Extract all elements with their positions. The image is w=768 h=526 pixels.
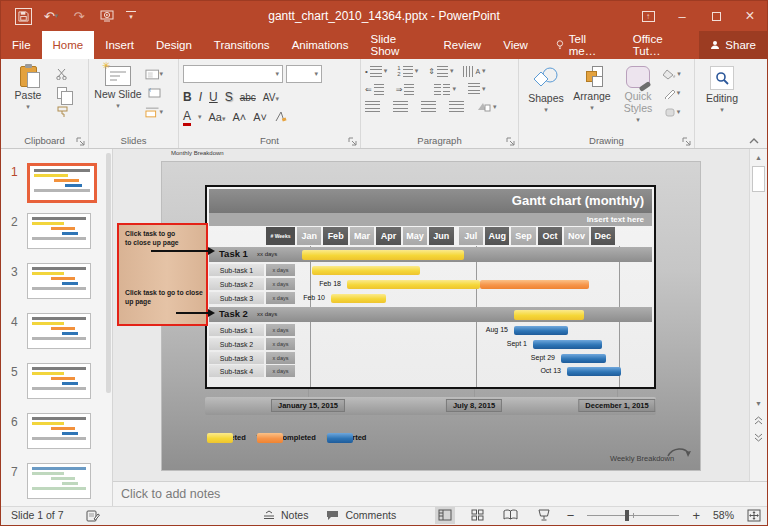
increase-indent-icon[interactable]: ⇒ bbox=[396, 84, 415, 95]
notes-pane[interactable]: Click to add notes bbox=[113, 481, 767, 506]
subtask-days-chip[interactable]: x days bbox=[266, 324, 295, 336]
paragraph-dialog-launcher[interactable] bbox=[506, 137, 515, 146]
tab-home[interactable]: Home bbox=[42, 31, 95, 59]
font-dialog-launcher[interactable] bbox=[348, 137, 357, 146]
notes-placeholder[interactable]: Click to add notes bbox=[121, 487, 220, 501]
justify-icon[interactable] bbox=[449, 101, 464, 112]
tab-file[interactable]: File bbox=[1, 31, 42, 59]
tab-design[interactable]: Design bbox=[145, 31, 203, 59]
gantt-bar-not-started[interactable] bbox=[561, 354, 606, 363]
slide-thumbnail-4[interactable] bbox=[27, 313, 91, 349]
copy-icon[interactable] bbox=[53, 86, 71, 100]
task-band[interactable]: Task 2xx days bbox=[209, 307, 652, 322]
slide-thumbnail-1[interactable] bbox=[27, 163, 97, 203]
subtask-label-chip[interactable]: Sub-task 2 bbox=[209, 278, 264, 290]
ribbon-display-options-icon[interactable]: ↑ bbox=[631, 1, 665, 31]
start-slideshow-icon[interactable] bbox=[98, 7, 116, 25]
tab-tell-me[interactable]: Tell me… bbox=[545, 31, 622, 59]
legend-swatch[interactable] bbox=[257, 433, 283, 443]
previous-slide-icon[interactable] bbox=[751, 413, 766, 427]
shape-fill-icon[interactable]: ▾ bbox=[663, 67, 681, 81]
next-slide-icon[interactable] bbox=[751, 430, 766, 444]
gantt-bar-completed[interactable] bbox=[312, 266, 420, 275]
subtask-days-chip[interactable]: x days bbox=[266, 338, 295, 350]
zoom-slider-thumb[interactable] bbox=[625, 510, 629, 521]
arrange-button[interactable]: Arrange▾ bbox=[569, 63, 615, 132]
subtask-days-chip[interactable]: x days bbox=[266, 278, 295, 290]
format-painter-icon[interactable] bbox=[53, 105, 71, 119]
zoom-in-icon[interactable]: + bbox=[692, 508, 700, 523]
close-icon[interactable]: × bbox=[733, 1, 767, 31]
font-color-button[interactable]: A bbox=[183, 109, 191, 126]
subtask-days-chip[interactable]: x days bbox=[266, 365, 295, 377]
vertical-scrollbar[interactable]: ▲ ▼ bbox=[749, 149, 767, 481]
slide-thumbnail-3[interactable] bbox=[27, 263, 91, 299]
quick-styles-button[interactable]: Quick Styles▾ bbox=[615, 63, 661, 132]
font-name-input[interactable]: ▾ bbox=[183, 65, 283, 83]
align-center-icon[interactable] bbox=[393, 101, 408, 112]
shrink-font-button[interactable]: A˅ bbox=[253, 111, 267, 123]
slide-thumbnail-7[interactable] bbox=[27, 463, 91, 499]
legend-swatch[interactable] bbox=[327, 433, 353, 443]
shapes-button[interactable]: Shapes▾ bbox=[523, 63, 569, 132]
layout-icon[interactable]: ▾ bbox=[145, 67, 163, 81]
bullets-icon[interactable]: •▾ bbox=[365, 66, 387, 77]
gantt-bar-completed[interactable] bbox=[331, 294, 386, 303]
weekly-breakdown-label[interactable]: Weekly Breakdown bbox=[610, 454, 674, 463]
gantt-bar-not-started[interactable] bbox=[533, 340, 602, 349]
character-spacing-button[interactable]: AV▾ bbox=[263, 92, 279, 103]
chart-subtitle[interactable]: Insert text here bbox=[209, 213, 652, 226]
scrollbar-thumb[interactable] bbox=[752, 166, 765, 192]
subtask-label-chip[interactable]: Sub-task 1 bbox=[209, 324, 264, 336]
gantt-bar-to-be-completed[interactable] bbox=[480, 280, 589, 289]
reset-icon[interactable] bbox=[145, 86, 163, 100]
tab-insert[interactable]: Insert bbox=[94, 31, 145, 59]
change-case-button[interactable]: Aa▾ bbox=[209, 111, 226, 123]
subtask-days-chip[interactable]: x days bbox=[266, 352, 295, 364]
columns-icon[interactable]: ▾ bbox=[434, 84, 456, 95]
minimize-icon[interactable]: – bbox=[665, 1, 699, 31]
strikethrough-button[interactable]: abc bbox=[240, 92, 256, 103]
save-icon[interactable] bbox=[15, 8, 32, 25]
milestone-date-badge[interactable]: July 8, 2015 bbox=[446, 399, 502, 412]
undo-icon[interactable]: ↶▾ bbox=[42, 7, 60, 25]
tab-slide-show[interactable]: Slide Show bbox=[360, 31, 433, 59]
clear-formatting-icon[interactable] bbox=[274, 111, 287, 123]
tab-share[interactable]: Share bbox=[699, 31, 767, 59]
section-icon[interactable]: ▾ bbox=[145, 105, 163, 119]
new-slide-button[interactable]: New Slide▾ bbox=[93, 63, 143, 132]
italic-button[interactable]: I bbox=[199, 90, 202, 104]
milestone-date-badge[interactable]: December 1, 2015 bbox=[578, 399, 655, 412]
subtask-label-chip[interactable]: Sub-task 2 bbox=[209, 338, 264, 350]
scroll-down-icon[interactable]: ▼ bbox=[751, 396, 766, 410]
subtask-days-chip[interactable]: x days bbox=[266, 264, 295, 276]
slide[interactable]: Gantt chart (monthly) Insert text here #… bbox=[161, 161, 701, 471]
gantt-bar-not-started[interactable] bbox=[567, 367, 621, 376]
line-spacing-icon[interactable]: ⇕▾ bbox=[428, 66, 453, 77]
notes-toggle[interactable]: Notes bbox=[263, 509, 308, 521]
slideshow-view-button[interactable] bbox=[534, 507, 554, 524]
milestone-date-badge[interactable]: January 15, 2015 bbox=[271, 399, 345, 412]
subtask-label-chip[interactable]: Sub-task 3 bbox=[209, 292, 264, 304]
comments-toggle[interactable]: Comments bbox=[326, 509, 396, 521]
slide-thumbnail-5[interactable] bbox=[27, 363, 91, 399]
grow-font-button[interactable]: A˄ bbox=[233, 111, 247, 123]
zoom-out-icon[interactable]: − bbox=[567, 508, 575, 523]
tab-review[interactable]: Review bbox=[432, 31, 492, 59]
align-text-icon[interactable]: ▾ bbox=[468, 83, 486, 95]
align-right-icon[interactable] bbox=[421, 101, 436, 112]
thumbnail-scrollbar[interactable] bbox=[106, 153, 111, 393]
slide-thumbnail-6[interactable] bbox=[27, 413, 91, 449]
align-left-icon[interactable] bbox=[365, 101, 380, 112]
monthly-breakdown-label[interactable]: Monthly Breakdown bbox=[171, 150, 224, 156]
gantt-chart[interactable]: Gantt chart (monthly) Insert text here #… bbox=[205, 185, 656, 389]
collapse-ribbon-icon[interactable] bbox=[749, 138, 759, 144]
gantt-bar-completed[interactable] bbox=[302, 250, 464, 260]
subtask-label-chip[interactable]: Sub-task 1 bbox=[209, 264, 264, 276]
clipboard-dialog-launcher[interactable] bbox=[76, 137, 85, 146]
shape-effects-icon[interactable]: ▾ bbox=[663, 105, 681, 119]
maximize-icon[interactable] bbox=[699, 1, 733, 31]
tab-office-tut[interactable]: Office Tut… bbox=[622, 31, 698, 59]
annotation-callout-box[interactable]: Click task to go to close up page Click … bbox=[117, 223, 208, 326]
subtask-label-chip[interactable]: Sub-task 3 bbox=[209, 352, 264, 364]
